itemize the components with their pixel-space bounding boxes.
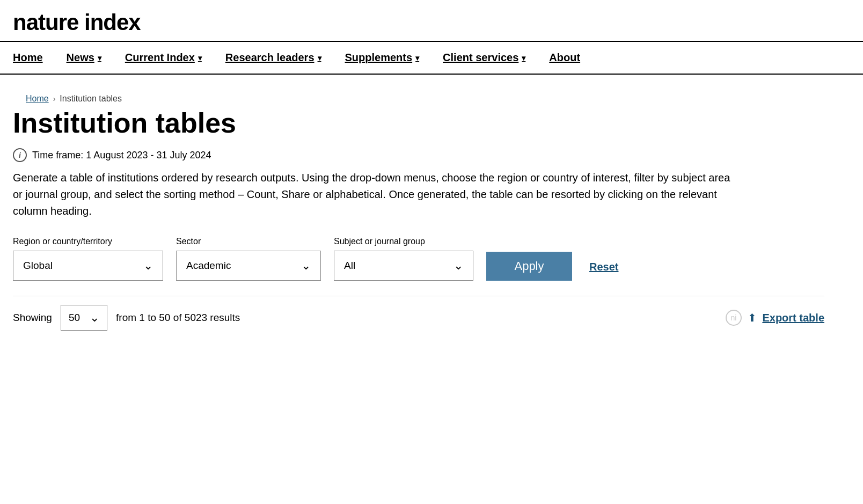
showing-count-value: 50 [69,312,80,324]
showing-row: Showing 50 ⌄ from 1 to 50 of 5023 result… [13,296,824,339]
subject-value: All [344,260,355,272]
export-area: ni ⬆ Export table [725,309,824,326]
showing-count-select[interactable]: 50 ⌄ [61,305,107,331]
subject-filter-group: Subject or journal group All ⌄ [334,237,473,281]
nav-bar: Home News ▾ Current Index ▾ Research lea… [0,41,863,75]
export-table-link[interactable]: Export table [762,312,824,324]
nav-supplements[interactable]: Supplements ▾ [333,42,432,74]
filters-section: Region or country/territory Global ⌄ Sec… [13,237,824,281]
chevron-down-icon: ▾ [522,54,525,62]
sector-value: Academic [186,260,231,272]
sector-select[interactable]: Academic ⌄ [176,251,321,281]
nav-current-index[interactable]: Current Index ▾ [113,42,214,74]
breadcrumb-home[interactable]: Home [26,94,49,104]
filters-row: Region or country/territory Global ⌄ Sec… [13,237,824,281]
sector-filter-group: Sector Academic ⌄ [176,237,321,281]
description-text: Generate a table of institutions ordered… [13,170,737,220]
export-icon: ni [725,309,742,326]
chevron-down-icon: ⌄ [90,311,99,325]
svg-text:ni: ni [731,313,737,322]
nav-news[interactable]: News ▾ [55,42,113,74]
nav-about[interactable]: About [537,42,592,74]
chevron-down-icon: ⌄ [301,259,311,273]
chevron-down-icon: ▾ [98,54,101,62]
chevron-down-icon: ▾ [198,54,202,62]
subject-select[interactable]: All ⌄ [334,251,473,281]
chevron-down-icon: ▾ [318,54,321,62]
chevron-down-icon: ⌄ [143,259,153,273]
reset-button[interactable]: Reset [585,253,623,281]
upload-icon: ⬆ [748,311,757,324]
subject-label: Subject or journal group [334,237,473,246]
region-label: Region or country/territory [13,237,163,246]
showing-label: Showing [13,312,52,324]
nav-research-leaders[interactable]: Research leaders ▾ [214,42,333,74]
main-content: Home › Institution tables Institution ta… [0,75,837,339]
page-title: Institution tables [13,108,824,138]
breadcrumb-current: Institution tables [60,94,122,104]
nav-client-services[interactable]: Client services ▾ [431,42,537,74]
timeframe-text: Time frame: 1 August 2023 - 31 July 2024 [32,150,211,161]
sector-label: Sector [176,237,321,246]
region-value: Global [23,260,53,272]
timeframe-row: i Time frame: 1 August 2023 - 31 July 20… [13,148,824,162]
site-logo[interactable]: nature index [13,10,141,35]
breadcrumb: Home › Institution tables [13,83,824,108]
region-select[interactable]: Global ⌄ [13,251,163,281]
apply-button[interactable]: Apply [486,252,572,281]
chevron-down-icon: ▾ [415,54,419,62]
nav-home[interactable]: Home [13,42,55,74]
info-icon: i [13,148,27,162]
results-text: from 1 to 50 of 5023 results [116,312,240,324]
region-filter-group: Region or country/territory Global ⌄ [13,237,163,281]
chevron-down-icon: ⌄ [454,259,463,273]
logo-bar: nature index [0,0,863,41]
breadcrumb-separator: › [53,94,56,103]
